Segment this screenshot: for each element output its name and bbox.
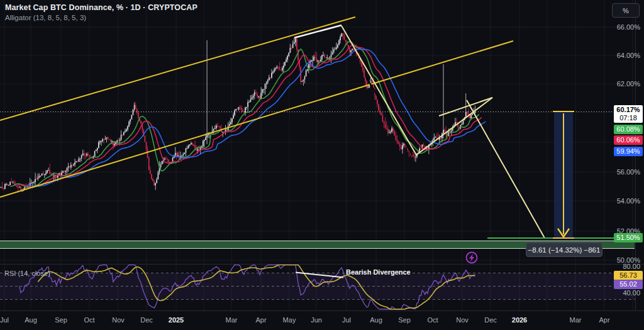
price-tick-label: 40.00 — [607, 289, 640, 297]
chart-title[interactable]: Market Cap BTC Dominance, % · 1D · CRYPT… — [5, 3, 197, 12]
time-tick-label: Jul — [0, 316, 9, 324]
indicator-value-badge: 55.02 — [614, 280, 643, 289]
price-scale-unit-button[interactable]: % — [612, 3, 640, 18]
indicator-value-badge: 60.06% — [614, 135, 643, 145]
price-tick-label: 54.00% — [607, 197, 640, 205]
time-tick-label: Sep — [398, 316, 411, 324]
measure-tooltip: −8.61 (−14.32%) −861 — [526, 242, 602, 257]
time-tick-label: 2025 — [169, 316, 184, 324]
measure-tool[interactable] — [553, 111, 574, 238]
price-tick-label: 66.00% — [607, 23, 640, 31]
price-tick-label: 62.00% — [607, 80, 640, 88]
time-tick-label: Aug — [25, 316, 37, 324]
time-tick-label: Mar — [570, 316, 582, 324]
indicator-value-badge: 56.73 — [614, 271, 643, 280]
symbol-legend[interactable]: Market Cap BTC Dominance, % · 1D · CRYPT… — [5, 3, 197, 21]
time-tick-label: Nov — [456, 316, 469, 324]
time-tick-label: Nov — [112, 316, 125, 324]
time-tick-label: Jun — [311, 316, 322, 324]
time-tick-label: Jul — [342, 316, 351, 324]
indicator-legend[interactable]: Alligator (13, 8, 5, 8, 5, 3) — [5, 14, 197, 21]
time-tick-label: Dec — [140, 316, 153, 324]
current-price-badge: 60.17%07:18 — [614, 105, 643, 123]
time-tick-label: Aug — [370, 316, 382, 324]
chart-canvas[interactable] — [0, 0, 644, 330]
price-tick-label: 80.00 — [607, 263, 640, 270]
time-tick-label: Mar — [226, 316, 238, 324]
time-tick-label: May — [283, 316, 296, 324]
indicator-value-badge: 51.50% — [614, 233, 643, 242]
bearish-divergence-label: Bearish Divergence — [346, 268, 411, 276]
price-tick-label: 64.00% — [607, 52, 640, 59]
rsi-legend[interactable]: RSI (14, close) — [4, 270, 50, 277]
tradingview-chart: Market Cap BTC Dominance, % · 1D · CRYPT… — [0, 0, 644, 330]
indicator-value-badge: 59.94% — [614, 147, 643, 156]
price-tick-label: 56.00% — [607, 168, 640, 176]
time-tick-label: Apr — [255, 316, 266, 324]
time-tick-label: Apr — [599, 316, 609, 324]
time-tick-label: Sep — [55, 316, 67, 324]
indicator-value-badge: 60.08% — [614, 125, 643, 134]
time-tick-label: 2026 — [512, 316, 527, 324]
time-tick-label: Dec — [484, 316, 497, 324]
time-tick-label: Oct — [427, 316, 438, 324]
time-tick-label: Oct — [84, 316, 94, 324]
